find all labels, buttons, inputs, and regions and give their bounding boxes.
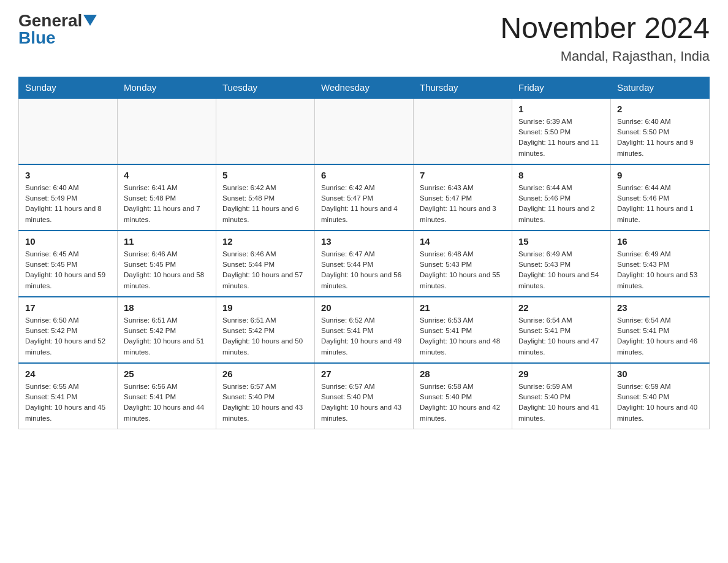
week-row-1: 1Sunrise: 6:39 AMSunset: 5:50 PMDaylight… xyxy=(19,98,710,164)
day-info: Sunrise: 6:52 AMSunset: 5:41 PMDaylight:… xyxy=(321,315,407,358)
day-info: Sunrise: 6:39 AMSunset: 5:50 PMDaylight:… xyxy=(518,117,604,159)
day-number: 30 xyxy=(617,369,703,379)
day-number: 16 xyxy=(617,236,703,247)
day-info: Sunrise: 6:53 AMSunset: 5:41 PMDaylight:… xyxy=(420,315,506,358)
day-info: Sunrise: 6:55 AMSunset: 5:41 PMDaylight:… xyxy=(25,381,111,424)
calendar-cell: 26Sunrise: 6:57 AMSunset: 5:40 PMDayligh… xyxy=(216,363,315,429)
day-info: Sunrise: 6:56 AMSunset: 5:41 PMDaylight:… xyxy=(124,381,210,424)
calendar-cell: 6Sunrise: 6:42 AMSunset: 5:47 PMDaylight… xyxy=(315,164,414,231)
calendar-cell: 13Sunrise: 6:47 AMSunset: 5:44 PMDayligh… xyxy=(315,231,414,297)
day-number: 21 xyxy=(420,302,506,313)
svg-marker-0 xyxy=(83,15,97,26)
week-row-5: 24Sunrise: 6:55 AMSunset: 5:41 PMDayligh… xyxy=(19,363,710,429)
calendar-cell: 19Sunrise: 6:51 AMSunset: 5:42 PMDayligh… xyxy=(216,297,315,363)
day-number: 10 xyxy=(25,236,111,247)
day-info: Sunrise: 6:46 AMSunset: 5:44 PMDaylight:… xyxy=(222,249,308,291)
day-number: 15 xyxy=(518,236,604,247)
title-block: November 2024 Mandal, Rajasthan, India xyxy=(500,12,710,64)
logo: General Blue xyxy=(18,12,97,47)
calendar-cell: 16Sunrise: 6:49 AMSunset: 5:43 PMDayligh… xyxy=(611,231,710,297)
day-info: Sunrise: 6:40 AMSunset: 5:49 PMDaylight:… xyxy=(25,183,111,225)
calendar-table: SundayMondayTuesdayWednesdayThursdayFrid… xyxy=(18,77,710,429)
day-number: 7 xyxy=(420,170,506,180)
day-number: 29 xyxy=(518,369,604,379)
day-info: Sunrise: 6:57 AMSunset: 5:40 PMDaylight:… xyxy=(222,381,308,424)
day-info: Sunrise: 6:49 AMSunset: 5:43 PMDaylight:… xyxy=(617,249,703,291)
day-number: 18 xyxy=(124,302,210,313)
weekday-header-monday: Monday xyxy=(118,77,216,98)
weekday-header-wednesday: Wednesday xyxy=(315,77,414,98)
day-number: 6 xyxy=(321,170,407,180)
day-number: 5 xyxy=(222,170,308,180)
calendar-cell: 15Sunrise: 6:49 AMSunset: 5:43 PMDayligh… xyxy=(512,231,611,297)
calendar-cell: 17Sunrise: 6:50 AMSunset: 5:42 PMDayligh… xyxy=(19,297,118,363)
calendar-cell: 4Sunrise: 6:41 AMSunset: 5:48 PMDaylight… xyxy=(118,164,216,231)
month-title: November 2024 xyxy=(500,12,710,45)
calendar-cell: 2Sunrise: 6:40 AMSunset: 5:50 PMDaylight… xyxy=(611,98,710,164)
calendar-cell: 25Sunrise: 6:56 AMSunset: 5:41 PMDayligh… xyxy=(118,363,216,429)
day-number: 1 xyxy=(518,104,604,114)
location-title: Mandal, Rajasthan, India xyxy=(500,48,710,64)
calendar-cell: 8Sunrise: 6:44 AMSunset: 5:46 PMDaylight… xyxy=(512,164,611,231)
calendar-cell: 1Sunrise: 6:39 AMSunset: 5:50 PMDaylight… xyxy=(512,98,611,164)
calendar-cell xyxy=(414,98,512,164)
day-info: Sunrise: 6:54 AMSunset: 5:41 PMDaylight:… xyxy=(518,315,604,358)
calendar-cell: 7Sunrise: 6:43 AMSunset: 5:47 PMDaylight… xyxy=(414,164,512,231)
day-number: 14 xyxy=(420,236,506,247)
calendar-cell: 29Sunrise: 6:59 AMSunset: 5:40 PMDayligh… xyxy=(512,363,611,429)
day-number: 17 xyxy=(25,302,111,313)
calendar-cell: 28Sunrise: 6:58 AMSunset: 5:40 PMDayligh… xyxy=(414,363,512,429)
day-number: 23 xyxy=(617,302,703,313)
calendar-cell: 12Sunrise: 6:46 AMSunset: 5:44 PMDayligh… xyxy=(216,231,315,297)
weekday-header-friday: Friday xyxy=(512,77,611,98)
day-number: 12 xyxy=(222,236,308,247)
day-number: 26 xyxy=(222,369,308,379)
calendar-cell: 3Sunrise: 6:40 AMSunset: 5:49 PMDaylight… xyxy=(19,164,118,231)
day-number: 19 xyxy=(222,302,308,313)
day-number: 28 xyxy=(420,369,506,379)
day-number: 8 xyxy=(518,170,604,180)
weekday-header-tuesday: Tuesday xyxy=(216,77,315,98)
day-number: 22 xyxy=(518,302,604,313)
weekday-header-saturday: Saturday xyxy=(611,77,710,98)
calendar-cell: 21Sunrise: 6:53 AMSunset: 5:41 PMDayligh… xyxy=(414,297,512,363)
weekday-header-thursday: Thursday xyxy=(414,77,512,98)
logo-blue-text: Blue xyxy=(18,29,56,47)
weekday-header-row: SundayMondayTuesdayWednesdayThursdayFrid… xyxy=(19,77,710,98)
calendar-cell: 10Sunrise: 6:45 AMSunset: 5:45 PMDayligh… xyxy=(19,231,118,297)
day-number: 9 xyxy=(617,170,703,180)
calendar-cell xyxy=(315,98,414,164)
day-info: Sunrise: 6:46 AMSunset: 5:45 PMDaylight:… xyxy=(124,249,210,291)
day-number: 13 xyxy=(321,236,407,247)
day-info: Sunrise: 6:45 AMSunset: 5:45 PMDaylight:… xyxy=(25,249,111,291)
day-info: Sunrise: 6:44 AMSunset: 5:46 PMDaylight:… xyxy=(617,183,703,225)
day-info: Sunrise: 6:42 AMSunset: 5:47 PMDaylight:… xyxy=(321,183,407,225)
day-info: Sunrise: 6:44 AMSunset: 5:46 PMDaylight:… xyxy=(518,183,604,225)
day-info: Sunrise: 6:40 AMSunset: 5:50 PMDaylight:… xyxy=(617,117,703,159)
calendar-cell: 30Sunrise: 6:59 AMSunset: 5:40 PMDayligh… xyxy=(611,363,710,429)
calendar-cell: 24Sunrise: 6:55 AMSunset: 5:41 PMDayligh… xyxy=(19,363,118,429)
day-number: 4 xyxy=(124,170,210,180)
day-number: 3 xyxy=(25,170,111,180)
page-header: General Blue November 2024 Mandal, Rajas… xyxy=(18,12,710,64)
day-info: Sunrise: 6:54 AMSunset: 5:41 PMDaylight:… xyxy=(617,315,703,358)
day-info: Sunrise: 6:59 AMSunset: 5:40 PMDaylight:… xyxy=(518,381,604,424)
calendar-cell xyxy=(118,98,216,164)
week-row-2: 3Sunrise: 6:40 AMSunset: 5:49 PMDaylight… xyxy=(19,164,710,231)
day-info: Sunrise: 6:57 AMSunset: 5:40 PMDaylight:… xyxy=(321,381,407,424)
calendar-cell: 23Sunrise: 6:54 AMSunset: 5:41 PMDayligh… xyxy=(611,297,710,363)
day-number: 25 xyxy=(124,369,210,379)
week-row-4: 17Sunrise: 6:50 AMSunset: 5:42 PMDayligh… xyxy=(19,297,710,363)
day-info: Sunrise: 6:41 AMSunset: 5:48 PMDaylight:… xyxy=(124,183,210,225)
day-number: 24 xyxy=(25,369,111,379)
calendar-cell: 18Sunrise: 6:51 AMSunset: 5:42 PMDayligh… xyxy=(118,297,216,363)
calendar-cell: 20Sunrise: 6:52 AMSunset: 5:41 PMDayligh… xyxy=(315,297,414,363)
day-info: Sunrise: 6:58 AMSunset: 5:40 PMDaylight:… xyxy=(420,381,506,424)
day-number: 20 xyxy=(321,302,407,313)
calendar-cell xyxy=(216,98,315,164)
calendar-cell: 22Sunrise: 6:54 AMSunset: 5:41 PMDayligh… xyxy=(512,297,611,363)
calendar-cell: 9Sunrise: 6:44 AMSunset: 5:46 PMDaylight… xyxy=(611,164,710,231)
weekday-header-sunday: Sunday xyxy=(19,77,118,98)
calendar-cell: 11Sunrise: 6:46 AMSunset: 5:45 PMDayligh… xyxy=(118,231,216,297)
calendar-cell xyxy=(19,98,118,164)
